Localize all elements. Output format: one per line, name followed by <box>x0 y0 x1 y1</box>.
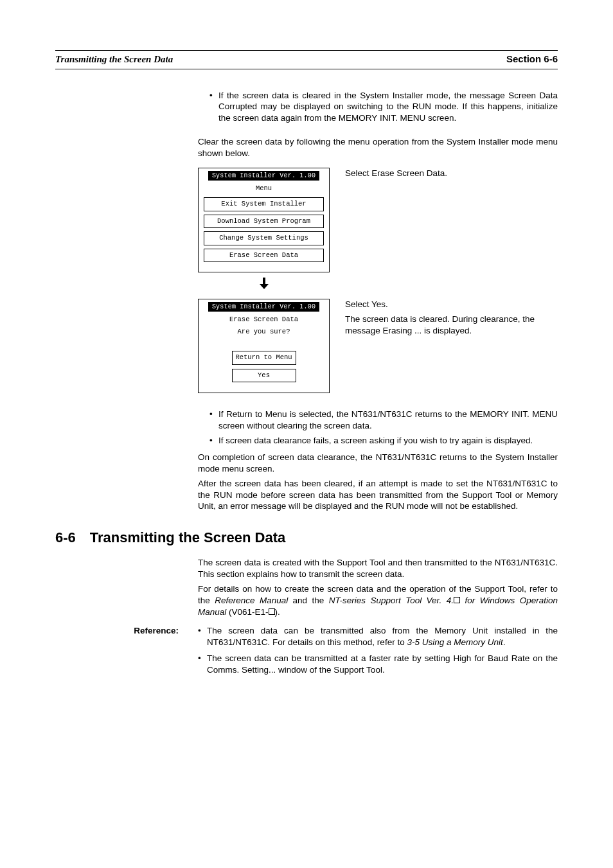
bullet-text: The screen data can be transmitted at a … <box>207 653 558 675</box>
bullet-text: If Return to Menu is selected, the NT631… <box>218 409 558 431</box>
bullet-item: • The screen data can be transmitted at … <box>198 653 558 675</box>
lcd-button-download: Download System Program <box>204 215 324 229</box>
lcd-button-yes: Yes <box>232 369 296 383</box>
lcd-title: System Installer Ver. 1.00 <box>208 171 319 181</box>
reference-body: • The screen data can be transmitted als… <box>198 625 558 678</box>
diagram-row-2: System Installer Ver. 1.00 Erase Screen … <box>198 299 558 394</box>
lcd-panel-menu: System Installer Ver. 1.00 Menu Exit Sys… <box>198 168 330 272</box>
reference-label: Reference: <box>55 625 198 637</box>
bullet-text: If screen data clearance fails, a screen… <box>218 435 558 447</box>
square-icon <box>454 597 460 603</box>
lcd-menu-label: Menu <box>202 184 325 193</box>
ref-b1b: . <box>503 637 506 647</box>
lcd-panel-confirm: System Installer Ver. 1.00 Erase Screen … <box>198 299 330 394</box>
svg-marker-1 <box>260 284 269 289</box>
panel2-side2: The screen data is cleared. During clear… <box>345 314 558 336</box>
clear-instruction: Clear the screen data by following the m… <box>198 136 558 159</box>
bullet-text: If the screen data is cleared in the Sys… <box>218 90 558 124</box>
lcd-button-return: Return to Menu <box>232 351 296 365</box>
p2-b: and the <box>288 596 329 605</box>
lcd-button-erase: Erase Screen Data <box>204 249 324 263</box>
bullet-item: • If Return to Menu is selected, the NT6… <box>209 409 558 431</box>
diagram-row-1: System Installer Ver. 1.00 Menu Exit Sys… <box>198 168 558 272</box>
bullet-item: • If screen data clearance fails, a scre… <box>209 435 558 447</box>
p2-c: (V061-E1- <box>226 607 268 617</box>
lcd-line2: Are you sure? <box>202 328 325 337</box>
lcd-title: System Installer Ver. 1.00 <box>208 302 319 312</box>
p2-ref2: NT-series Support Tool Ver. 4. <box>329 596 454 605</box>
bullet-dot: • <box>209 409 218 431</box>
header-title-right: Section 6-6 <box>506 53 558 66</box>
p2-ref1: Reference Manual <box>215 596 288 605</box>
section-heading: 6-6 Transmitting the Screen Data <box>55 529 558 547</box>
bullet-text: The screen data can be transmitted also … <box>207 625 558 648</box>
panel2-side-text: Select Yes. The screen data is cleared. … <box>345 299 558 337</box>
section-p1: The screen data is created with the Supp… <box>198 557 558 580</box>
p2-d: ). <box>275 607 280 617</box>
lcd-button-change: Change System Settings <box>204 231 324 245</box>
page-header: Transmitting the Screen Data Section 6-6 <box>55 50 558 69</box>
bullet-dot: • <box>198 625 207 648</box>
panel2-side1: Select Yes. <box>345 299 558 310</box>
panel1-side-text: Select Erase Screen Data. <box>345 168 558 179</box>
header-title-left: Transmitting the Screen Data <box>55 53 173 66</box>
bullet-item: • If the screen data is cleared in the S… <box>209 90 558 124</box>
post-para-2: After the screen data has been cleared, … <box>198 478 558 512</box>
reference-row: Reference: • The screen data can be tran… <box>55 625 558 678</box>
bullet-dot: • <box>198 653 207 675</box>
post-bullets: • If Return to Menu is selected, the NT6… <box>209 409 558 447</box>
svg-rect-0 <box>263 278 265 284</box>
section-p2: For details on how to create the screen … <box>198 583 558 617</box>
intro-bullet-block: • If the screen data is cleared in the S… <box>209 90 558 124</box>
arrow-down-icon <box>198 272 330 298</box>
lcd-button-exit: Exit System Installer <box>204 197 324 211</box>
bullet-dot: • <box>209 435 218 447</box>
square-icon <box>269 608 275 615</box>
bullet-item: • The screen data can be transmitted als… <box>198 625 558 648</box>
ref-b1-ref: 3-5 Using a Memory Unit <box>407 637 502 647</box>
post-para-1: On completion of screen data clearance, … <box>198 452 558 474</box>
bullet-dot: • <box>209 90 218 124</box>
section-title: Transmitting the Screen Data <box>90 529 285 547</box>
lcd-line1: Erase Screen Data <box>202 315 325 324</box>
section-number: 6-6 <box>55 529 76 547</box>
